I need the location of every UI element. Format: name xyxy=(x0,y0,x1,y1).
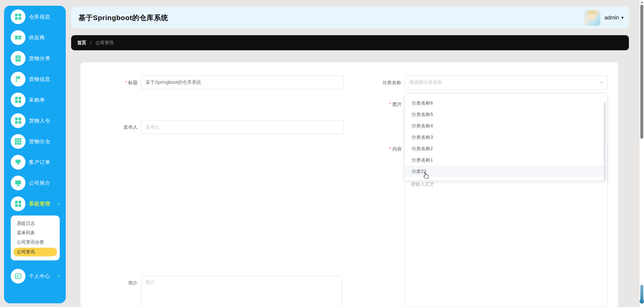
clipboard-icon xyxy=(11,51,25,66)
category-option[interactable]: 分类名称2 xyxy=(405,143,607,154)
sidebar-item-label: 货物分类 xyxy=(29,55,50,62)
submenu-item-system-log[interactable]: 系统日志 xyxy=(11,219,60,228)
page-title: 基于Springboot的仓库系统 xyxy=(78,13,168,22)
sidebar-item-goods-info[interactable]: 货物信息 xyxy=(4,69,66,89)
sidebar-item-customer-order[interactable]: 客户订单 xyxy=(4,152,66,173)
form-card: *标题 分类名称 请选择分类名称 *图片 发布人 *内容 请输入正文 简介 xyxy=(80,62,618,307)
sidebar-item-purchase-order[interactable]: 采购单 xyxy=(4,89,66,110)
category-dropdown-panel: 分类名称7 分类名称6 分类名称5 分类名称4 分类名称3 分类名称2 分类名称… xyxy=(405,94,607,181)
sidebar-item-goods-outbound[interactable]: 货物出仓 xyxy=(4,131,66,152)
dropdown-scrollbar-thumb[interactable] xyxy=(604,102,606,180)
sidebar-item-personal-center[interactable]: 个人中心 xyxy=(4,266,66,287)
submenu-item-news-category[interactable]: 公司资讯分类 xyxy=(11,238,60,247)
category-option[interactable]: 分类名称1 xyxy=(405,154,607,166)
category-select[interactable]: 请选择分类名称 xyxy=(405,75,608,89)
image-label: *图片 xyxy=(351,97,402,111)
category-select-placeholder: 请选择分类名称 xyxy=(409,79,442,85)
sidebar-item-label: 仓库信息 xyxy=(29,14,50,20)
category-option[interactable]: 分类名称5 xyxy=(405,109,607,120)
required-mark: * xyxy=(389,146,391,151)
chevron-up-icon xyxy=(56,201,61,206)
content-label: *内容 xyxy=(351,142,402,156)
page-scrollbar-thumb[interactable] xyxy=(640,5,643,139)
sidebar-nav: 仓库信息 供应商 货物分类 货物信息 xyxy=(4,6,66,260)
category-option[interactable]: 分类名称3 xyxy=(405,131,607,143)
grid-dense-icon xyxy=(11,134,25,149)
sidebar-item-system-management[interactable]: 系统管理 xyxy=(4,193,66,214)
sidebar-item-label: 客户订单 xyxy=(29,159,50,166)
sidebar-item-label: 供应商 xyxy=(29,35,45,41)
sidebar-item-goods-category[interactable]: 货物分类 xyxy=(4,48,66,69)
sidebar-item-label: 系统管理 xyxy=(29,201,50,207)
sidebar-item-label: 货物入仓 xyxy=(29,118,50,124)
sidebar-item-label: 公司简介 xyxy=(29,180,50,186)
sidebar-item-label: 货物出仓 xyxy=(29,138,50,145)
breadcrumb-current: 公司资讯 xyxy=(96,40,114,46)
sidebar-item-warehouse-info[interactable]: 仓库信息 xyxy=(4,6,66,27)
submenu-item-menu-list[interactable]: 菜单列表 xyxy=(11,228,60,238)
flag-icon xyxy=(11,72,25,86)
intro-label: 简介 xyxy=(80,276,138,290)
breadcrumb: 首页 / 公司资讯 xyxy=(71,35,629,50)
category-option[interactable]: 分类名称4 xyxy=(405,120,607,131)
sidebar-personal-section: 个人中心 xyxy=(4,266,66,287)
sidebar-item-supplier[interactable]: 供应商 xyxy=(4,27,66,48)
cursor-hand-icon xyxy=(422,170,431,180)
scrollbar-up-arrow-icon[interactable] xyxy=(641,1,643,3)
required-mark: * xyxy=(389,102,391,107)
user-menu[interactable]: admin ▾ xyxy=(584,9,624,26)
sidebar-submenu: 系统日志 菜单列表 公司资讯分类 公司资讯 xyxy=(11,216,60,260)
publisher-label: 发布人 xyxy=(80,120,138,134)
category-option-hovered[interactable]: 分类22 xyxy=(405,166,607,177)
publisher-input[interactable] xyxy=(141,120,344,134)
chevron-up-icon xyxy=(599,80,604,86)
category-option[interactable]: 分类名称7 xyxy=(405,94,607,97)
sidebar-item-label: 货物信息 xyxy=(29,76,50,82)
required-mark: * xyxy=(125,80,127,85)
header: 基于Springboot的仓库系统 admin ▾ xyxy=(71,7,629,28)
breadcrumb-home-link[interactable]: 首页 xyxy=(77,40,86,46)
grid-icon xyxy=(11,93,25,107)
sidebar-item-label: 采购单 xyxy=(29,97,45,103)
grid-icon xyxy=(11,196,25,211)
avatar[interactable] xyxy=(584,10,600,26)
inner-scrollbar-dot xyxy=(640,299,644,304)
grid-icon xyxy=(11,113,25,128)
grid-icon xyxy=(11,9,25,24)
caret-down-icon[interactable]: ▾ xyxy=(621,15,624,20)
chevron-down-icon xyxy=(56,274,61,279)
inner-scrollbar-thumb[interactable] xyxy=(640,285,643,301)
sidebar-item-company-profile[interactable]: 公司简介 xyxy=(4,173,66,193)
funnel-icon xyxy=(11,155,25,170)
monitor-icon xyxy=(11,176,25,190)
title-label: *标题 xyxy=(80,75,138,89)
card-icon xyxy=(11,269,25,284)
content-editor-placeholder: 请输入正文 xyxy=(410,181,434,187)
category-option[interactable]: 分类名称6 xyxy=(405,97,607,109)
sidebar: 仓库信息 供应商 货物分类 货物信息 xyxy=(4,6,66,303)
intro-textarea[interactable] xyxy=(141,276,342,307)
sidebar-item-label: 个人中心 xyxy=(29,273,50,280)
submenu-item-company-news[interactable]: 公司资讯 xyxy=(13,248,57,256)
ticket-icon xyxy=(11,30,25,45)
sidebar-item-goods-inbound[interactable]: 货物入仓 xyxy=(4,110,66,131)
app-window: 仓库信息 供应商 货物分类 货物信息 xyxy=(0,0,644,307)
title-input[interactable] xyxy=(141,75,344,89)
category-label: 分类名称 xyxy=(351,75,401,89)
category-option-list: 分类名称7 分类名称6 分类名称5 分类名称4 分类名称3 分类名称2 分类名称… xyxy=(405,94,607,177)
username: admin xyxy=(604,15,619,21)
breadcrumb-separator: / xyxy=(90,40,92,45)
